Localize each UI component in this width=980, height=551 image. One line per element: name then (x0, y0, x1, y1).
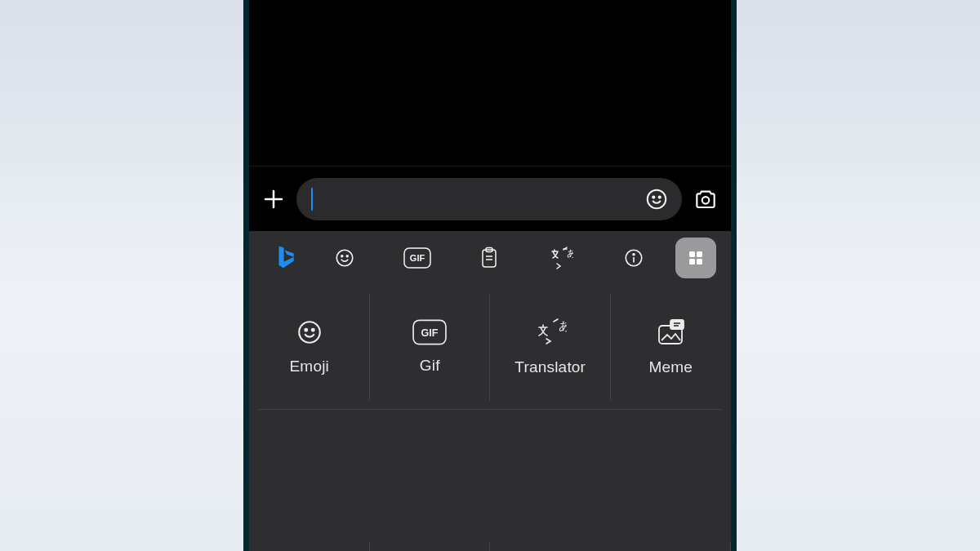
svg-point-2 (648, 189, 666, 208)
grid-translator[interactable]: あ Translator (490, 285, 611, 409)
svg-point-23 (299, 322, 320, 343)
grid-translator-label: Translator (514, 358, 586, 376)
grid-messages[interactable]: Messages (611, 533, 732, 551)
smile-icon (334, 247, 355, 269)
grid-meme[interactable]: Meme (611, 285, 732, 409)
translate-icon: あ (534, 318, 567, 347)
message-input-bar (249, 166, 731, 231)
gif-icon: GIF (403, 247, 431, 269)
svg-point-6 (336, 250, 353, 266)
emoji-button-in-input[interactable] (644, 187, 669, 211)
clipboard-icon (479, 247, 499, 269)
keyboard-panel: GIF あ (249, 231, 731, 551)
info-icon (623, 247, 644, 269)
meme-icon (654, 318, 687, 347)
svg-point-4 (659, 196, 661, 198)
grid-gif[interactable]: GIF Gif (370, 285, 491, 409)
plus-icon (261, 187, 286, 211)
grid-meme-label: Meme (648, 358, 693, 376)
translate-icon: あ (549, 247, 573, 269)
message-input[interactable] (296, 178, 682, 220)
gif-icon: GIF (412, 319, 447, 345)
phone-screen: GIF あ (249, 0, 731, 551)
tab-emoji[interactable] (310, 238, 380, 278)
svg-point-17 (633, 254, 635, 256)
svg-rect-20 (697, 251, 702, 257)
tab-grid-menu[interactable] (675, 238, 716, 278)
svg-text:GIF: GIF (409, 253, 425, 263)
bing-icon (274, 244, 298, 272)
grid-clipboard[interactable]: Clipboard (490, 533, 611, 551)
svg-point-5 (702, 197, 710, 204)
grid-gif-label: Gif (420, 357, 440, 375)
svg-rect-30 (670, 320, 684, 329)
grid-stickers[interactable]: Stickers (249, 533, 370, 551)
svg-point-24 (305, 329, 307, 331)
tab-info[interactable] (599, 238, 669, 278)
svg-point-8 (346, 256, 348, 257)
svg-point-3 (653, 196, 654, 198)
svg-point-25 (312, 329, 314, 331)
bing-button[interactable] (264, 238, 308, 278)
feature-grid: Emoji GIF Gif あ Translat (249, 285, 731, 551)
keyboard-tab-row: GIF あ (249, 231, 731, 285)
grid-divider (259, 409, 721, 410)
tab-gif[interactable]: GIF (381, 238, 452, 278)
svg-rect-21 (689, 259, 695, 264)
grid-camera[interactable]: Camera (370, 533, 491, 551)
tab-clipboard[interactable] (454, 238, 524, 278)
svg-point-7 (341, 256, 343, 257)
app-content-area (249, 0, 731, 176)
svg-text:あ: あ (567, 248, 573, 258)
phone-shell: GIF あ (243, 0, 737, 551)
text-caret (311, 188, 313, 211)
grid-emoji-label: Emoji (289, 358, 329, 375)
add-button[interactable] (256, 181, 292, 217)
smile-icon (644, 187, 669, 211)
camera-icon (693, 186, 719, 212)
svg-text:GIF: GIF (421, 327, 439, 339)
tab-translator[interactable]: あ (526, 238, 596, 278)
svg-rect-19 (689, 251, 695, 257)
svg-text:あ: あ (559, 319, 567, 332)
smile-icon (296, 318, 323, 346)
input-camera-button[interactable] (687, 180, 724, 218)
svg-rect-22 (697, 259, 702, 264)
grid-icon (686, 248, 706, 268)
grid-emoji[interactable]: Emoji (249, 285, 370, 409)
